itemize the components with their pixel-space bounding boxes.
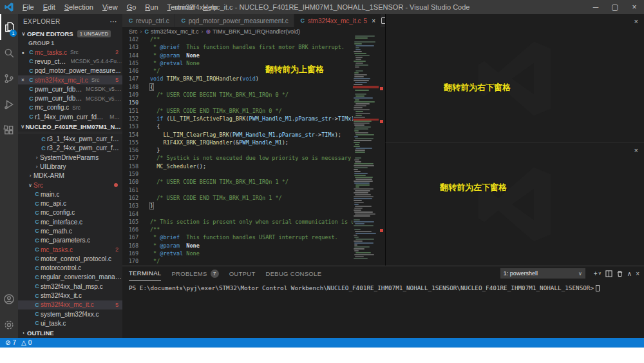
tree-item[interactable]: ›MDK-ARM — [18, 172, 122, 181]
open-editor-item[interactable]: Cpqd_motor_power_measure... — [18, 66, 122, 75]
line-number: 143 — [122, 43, 138, 51]
chevron-down-icon[interactable]: ∨ — [598, 271, 601, 276]
tree-item[interactable]: Cmain.c — [18, 190, 122, 199]
split-terminal-icon[interactable] — [605, 270, 612, 277]
tree-item[interactable]: Cregular_conversion_manager.c — [18, 273, 122, 282]
menu-view[interactable]: View — [98, 1, 122, 13]
breadcrumb-symbol[interactable]: TIMx_BRK_M1_IRQHandler(void) — [213, 28, 300, 35]
explorer-icon[interactable]: 1 — [0, 14, 18, 40]
problems-badge: 5 — [115, 77, 122, 83]
new-terminal-icon[interactable]: + — [594, 270, 598, 277]
code-line: 153 { — [122, 123, 353, 130]
tree-item[interactable]: Cstm32f4xx_hal_msp.c — [18, 282, 122, 291]
minimap[interactable] — [353, 35, 379, 266]
tree-item[interactable]: Cmc_parameters.c — [18, 236, 122, 245]
menu-help[interactable]: Help — [198, 1, 222, 13]
open-editor-item[interactable]: Crevup_ctrl.cMCSDK_v5.4.4-Full... — [18, 57, 122, 66]
breadcrumb-folder[interactable]: Src — [129, 28, 138, 35]
menu-go[interactable]: Go — [122, 1, 141, 13]
open-editor-item[interactable]: ●Cmc_tasks.cSrc2 — [18, 48, 122, 57]
editor-pane-top-right: × 翻转前为右下窗格 — [385, 14, 644, 143]
account-icon[interactable] — [0, 286, 18, 312]
tree-item[interactable]: ›SystemDriveParams — [18, 153, 122, 162]
minimize-button[interactable]: ─ — [586, 0, 605, 14]
close-icon[interactable]: × — [18, 77, 28, 83]
close-pane-icon[interactable]: × — [634, 17, 638, 25]
chevron-right-icon: › — [140, 28, 142, 35]
line-number: 160 — [122, 178, 138, 186]
code-line: 155 R1F4XX_BRK_IRQHandler(&PWM_Handle_M1… — [122, 139, 353, 146]
menu-selection[interactable]: Selection — [60, 1, 98, 13]
tree-item[interactable]: Cmotorcontrol.c — [18, 264, 122, 273]
maximize-button[interactable]: ▢ — [605, 0, 625, 14]
file-name: motorcontrol.c — [41, 264, 81, 271]
terminal-shell-select[interactable]: 1: powershell ∨ — [500, 268, 585, 279]
open-editor-item[interactable]: ×Cstm32f4xx_mc_it.cSrc5 — [18, 75, 122, 84]
menu-terminal[interactable]: Terminal — [163, 1, 199, 13]
c-file-icon: C — [28, 77, 35, 83]
file-name: mc_parameters.c — [41, 237, 90, 244]
c-file-icon: C — [33, 210, 41, 216]
explorer-more-actions-icon[interactable]: ⋯ — [110, 17, 117, 26]
close-button[interactable]: × — [625, 0, 644, 14]
tree-item[interactable]: Cmotor_control_protocol.c — [18, 254, 122, 263]
close-tab-icon[interactable]: × — [372, 17, 375, 25]
panel-tab-debug-console[interactable]: DEBUG CONSOLE — [266, 266, 322, 280]
kill-terminal-icon[interactable] — [616, 270, 623, 277]
terminal-prompt[interactable]: PS E:\documents\pyj\exer\STM32\Motor Con… — [129, 284, 600, 291]
tree-item[interactable]: Cmc_config.c — [18, 208, 122, 217]
menu-run[interactable]: Run — [140, 1, 162, 13]
tree-item[interactable]: Cmc_math.c — [18, 226, 122, 235]
settings-gear-icon[interactable] — [0, 312, 18, 338]
tree-item[interactable]: Cr3_2_f4xx_pwm_curr_fdbk.c — [18, 144, 122, 153]
menu-file[interactable]: File — [18, 1, 39, 13]
tree-item[interactable]: Cmc_tasks.c2 — [18, 245, 122, 254]
maximize-panel-icon[interactable]: ∧ — [627, 270, 632, 277]
close-pane-icon[interactable]: × — [634, 146, 638, 154]
tab-pqd_motor_power_measurement.c[interactable]: Cpqd_motor_power_measurement.c — [175, 14, 294, 27]
close-panel-icon[interactable]: × — [636, 270, 639, 277]
tree-item[interactable]: Cui_task.c — [18, 319, 122, 328]
open-editor-item[interactable]: Cpwm_curr_fdbk.cMCSDK_v5.4... — [18, 93, 122, 103]
tree-item[interactable]: ›UILibrary — [18, 162, 122, 171]
line-number: 148 — [122, 83, 138, 91]
open-editor-item[interactable]: Cr1_f4xx_pwm_curr_fdbk.cMC... — [18, 112, 122, 121]
tree-item[interactable]: Cmc_interface.c — [18, 217, 122, 226]
c-file-icon: C — [28, 95, 35, 102]
panel-tab-problems[interactable]: PROBLEMS7 — [171, 266, 218, 280]
open-editor-item[interactable]: Cpwm_curr_fdbk.hMCSDK_v5.4... — [18, 84, 122, 93]
problems-status[interactable]: ⊘ 7 — [5, 339, 16, 346]
open-editors-section[interactable]: ∨ OPEN EDITORS 1 UNSAVED — [18, 28, 122, 39]
open-editor-item[interactable]: Cmc_config.cSrc — [18, 103, 122, 112]
code-line: 147void TIMx_BRK_M1_IRQHandler(void) — [122, 75, 353, 83]
file-name: Src — [33, 182, 43, 189]
workspace-folder-section[interactable]: ∨ NUCLEO_F401RE_IHM07M1_NOHALL_1S... — [18, 121, 122, 132]
outline-section[interactable]: › OUTLINE — [18, 328, 122, 338]
tree-item[interactable]: Cstm32f4xx_it.c — [18, 291, 122, 300]
breadcrumb-file[interactable]: stm32f4xx_mc_it.c — [151, 28, 199, 35]
tree-item[interactable]: Cr3_1_f4xx_pwm_curr_fdbk.c — [18, 134, 122, 143]
vscode-window: FileEditSelectionViewGoRunTerminalHelp s… — [0, 0, 644, 363]
c-file-icon: C — [128, 17, 134, 24]
problems-badge: 5 — [115, 302, 122, 308]
tree-item[interactable]: Cmc_api.c — [18, 199, 122, 208]
line-number: 150 — [122, 99, 138, 106]
overview-ruler[interactable] — [379, 35, 385, 266]
panel-tab-terminal[interactable]: TERMINAL — [129, 266, 161, 280]
extensions-icon[interactable] — [0, 117, 18, 143]
source-control-icon[interactable] — [0, 66, 18, 92]
tree-item[interactable]: Cstm32f4xx_mc_it.c5 — [18, 300, 122, 309]
tab-revup_ctrl.c[interactable]: Crevup_ctrl.c — [122, 14, 175, 27]
c-file-icon: C — [33, 293, 41, 299]
warnings-status[interactable]: △ 0 — [21, 339, 32, 346]
search-icon[interactable] — [0, 40, 18, 66]
file-description: MCSDK_v5.4.4-Full... — [71, 58, 122, 64]
tree-item[interactable]: ∨Src — [18, 181, 122, 190]
tree-item[interactable]: Csystem_stm32f4xx.c — [18, 309, 122, 319]
run-debug-icon[interactable] — [0, 92, 18, 117]
breadcrumb[interactable]: Src › C stm32f4xx_mc_it.c › ⊕ TIMx_BRK_M… — [122, 27, 385, 35]
line-number: 142 — [122, 35, 138, 43]
menu-edit[interactable]: Edit — [39, 1, 60, 13]
tab-stm32f4xx_mc_it.c[interactable]: Cstm32f4xx_mc_it.c5× — [294, 14, 381, 27]
panel-tab-output[interactable]: OUTPUT — [229, 266, 256, 280]
